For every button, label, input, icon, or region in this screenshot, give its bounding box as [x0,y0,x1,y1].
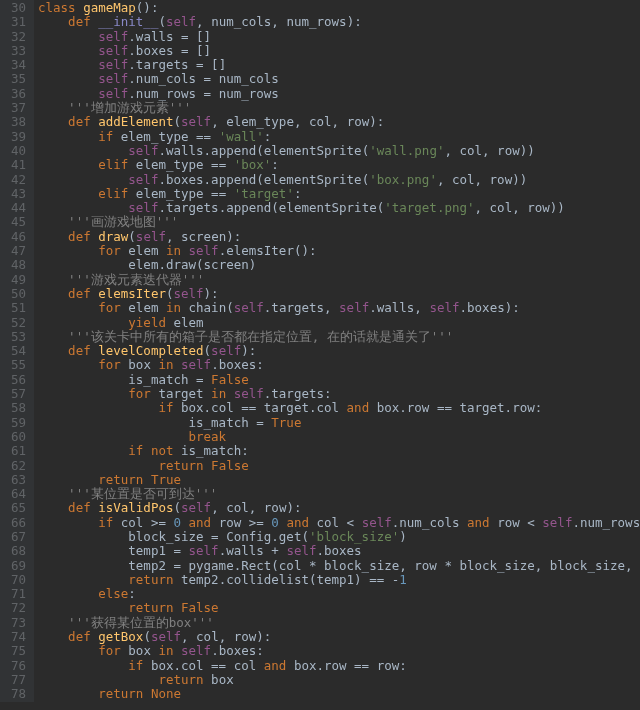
line-number: 48 [6,258,26,272]
line-number: 64 [6,487,26,501]
code-line[interactable]: if box.col == target.col and box.row == … [38,401,640,415]
line-number: 42 [6,173,26,187]
line-number: 47 [6,244,26,258]
line-number: 33 [6,44,26,58]
line-number: 41 [6,158,26,172]
line-number: 60 [6,430,26,444]
line-number: 54 [6,344,26,358]
line-number: 37 [6,101,26,115]
line-number: 71 [6,587,26,601]
line-number: 65 [6,501,26,515]
line-number: 50 [6,287,26,301]
line-number-gutter: 3031323334353637383940414243444546474849… [0,0,34,702]
line-number: 59 [6,416,26,430]
line-number: 36 [6,87,26,101]
code-line[interactable]: if col >= 0 and row >= 0 and col < self.… [38,516,640,530]
code-line[interactable]: temp2 = pygame.Rect(col * block_size, ro… [38,559,640,573]
code-line[interactable]: elif elem_type == 'box': [38,158,640,172]
line-number: 74 [6,630,26,644]
code-line[interactable]: if elem_type == 'wall': [38,130,640,144]
line-number: 69 [6,559,26,573]
line-number: 39 [6,130,26,144]
line-number: 67 [6,530,26,544]
code-line[interactable]: elif elem_type == 'target': [38,187,640,201]
line-number: 76 [6,659,26,673]
line-number: 45 [6,215,26,229]
code-line[interactable]: temp1 = self.walls + self.boxes [38,544,640,558]
line-number: 77 [6,673,26,687]
code-line[interactable]: def draw(self, screen): [38,230,640,244]
line-number: 57 [6,387,26,401]
code-line[interactable]: self.targets.append(elementSprite('targe… [38,201,640,215]
code-line[interactable]: else: [38,587,640,601]
line-number: 72 [6,601,26,615]
line-number: 56 [6,373,26,387]
line-number: 32 [6,30,26,44]
line-number: 55 [6,358,26,372]
code-line[interactable]: class gameMap(): [38,1,640,15]
code-line[interactable]: def addElement(self, elem_type, col, row… [38,115,640,129]
line-number: 31 [6,15,26,29]
line-number: 75 [6,644,26,658]
code-line[interactable]: self.targets = [] [38,58,640,72]
line-number: 68 [6,544,26,558]
code-line[interactable]: self.boxes = [] [38,44,640,58]
code-line[interactable]: self.boxes.append(elementSprite('box.png… [38,173,640,187]
line-number: 53 [6,330,26,344]
code-line[interactable]: def levelCompleted(self): [38,344,640,358]
code-line[interactable]: for box in self.boxes: [38,358,640,372]
code-line[interactable]: for elem in self.elemsIter(): [38,244,640,258]
line-number: 43 [6,187,26,201]
code-line[interactable]: yield elem [38,316,640,330]
line-number: 44 [6,201,26,215]
code-line[interactable]: def __init__(self, num_cols, num_rows): [38,15,640,29]
code-line[interactable]: '''获得某位置的box''' [38,616,640,630]
code-line[interactable]: is_match = True [38,416,640,430]
code-line[interactable]: return False [38,459,640,473]
line-number: 40 [6,144,26,158]
line-number: 38 [6,115,26,129]
line-number: 58 [6,401,26,415]
code-line[interactable]: if not is_match: [38,444,640,458]
code-line[interactable]: self.num_rows = num_rows [38,87,640,101]
code-line[interactable]: break [38,430,640,444]
code-line[interactable]: '''画游戏地图''' [38,215,640,229]
line-number: 34 [6,58,26,72]
code-line[interactable]: self.walls.append(elementSprite('wall.pn… [38,144,640,158]
code-line[interactable]: '''该关卡中所有的箱子是否都在指定位置, 在的话就是通关了''' [38,330,640,344]
code-line[interactable]: return True [38,473,640,487]
line-number: 70 [6,573,26,587]
line-number: 61 [6,444,26,458]
line-number: 35 [6,72,26,86]
code-line[interactable]: is_match = False [38,373,640,387]
code-line[interactable]: return temp2.collidelist(temp1) == -1 [38,573,640,587]
line-number: 73 [6,616,26,630]
line-number: 78 [6,687,26,701]
line-number: 52 [6,316,26,330]
code-line[interactable]: return box [38,673,640,687]
code-line[interactable]: for box in self.boxes: [38,644,640,658]
code-line[interactable]: def getBox(self, col, row): [38,630,640,644]
code-line[interactable]: self.walls = [] [38,30,640,44]
code-line[interactable]: block_size = Config.get('block_size') [38,530,640,544]
code-line[interactable]: self.num_cols = num_cols [38,72,640,86]
code-line[interactable]: '''增加游戏元素''' [38,101,640,115]
code-editor[interactable]: 3031323334353637383940414243444546474849… [0,0,640,702]
line-number: 62 [6,459,26,473]
line-number: 49 [6,273,26,287]
code-line[interactable]: return False [38,601,640,615]
code-area[interactable]: class gameMap(): def __init__(self, num_… [34,0,640,702]
code-line[interactable]: return None [38,687,640,701]
line-number: 46 [6,230,26,244]
code-line[interactable]: '''某位置是否可到达''' [38,487,640,501]
code-line[interactable]: for target in self.targets: [38,387,640,401]
code-line[interactable]: if box.col == col and box.row == row: [38,659,640,673]
code-line[interactable]: '''游戏元素迭代器''' [38,273,640,287]
code-line[interactable]: def isValidPos(self, col, row): [38,501,640,515]
code-line[interactable]: elem.draw(screen) [38,258,640,272]
code-line[interactable]: for elem in chain(self.targets, self.wal… [38,301,640,315]
line-number: 51 [6,301,26,315]
code-line[interactable]: def elemsIter(self): [38,287,640,301]
line-number: 63 [6,473,26,487]
line-number: 30 [6,1,26,15]
